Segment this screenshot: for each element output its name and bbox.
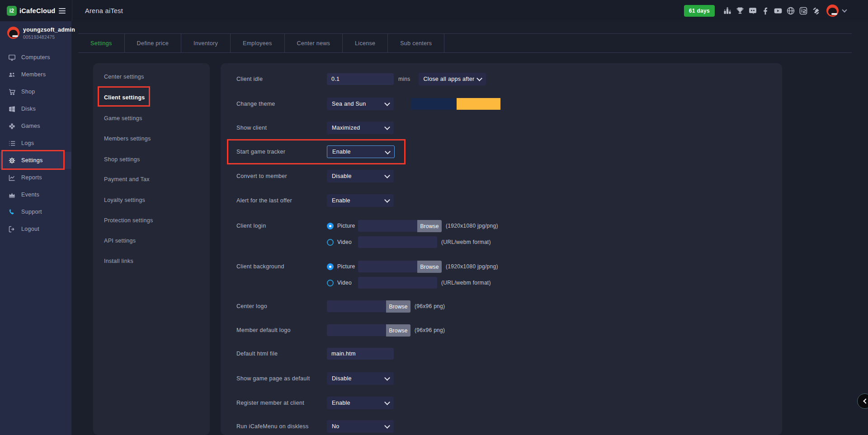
client-idle-input[interactable] [327,73,394,85]
client-idle-mode-select[interactable]: Close all apps after ch [419,73,486,85]
sidebar: youngzsoft_admin 005193482475 Computers … [0,21,71,435]
client-background-video-radio[interactable] [327,280,334,286]
client-background-video-input[interactable] [358,277,437,289]
sidebar-item-logout[interactable]: Logout [0,220,71,238]
row-alert-last-offer: Alert for the last offer Enable [236,192,775,210]
member-default-logo-input[interactable] [327,324,386,336]
row-run-icafemenu: Run iCafeMenu on diskless No [236,417,775,435]
row-register-member: Register member at client Enable [236,394,775,412]
youngzsoft-mark-icon[interactable] [811,6,821,16]
settings-subnav-panel: Center settings Client settings Game set… [93,63,210,435]
discord-icon[interactable] [748,6,758,16]
globe-icon[interactable] [786,6,796,16]
trophy-icon[interactable] [735,6,745,16]
subnav-protection-settings[interactable]: Protection settings [104,216,153,225]
radio-label: Video [337,239,358,245]
theme-swatch-orange [457,98,500,110]
field-label: Alert for the last offer [236,192,325,210]
app-logo-text: iCafeCloud [19,7,56,14]
sidebar-item-support[interactable]: Support [0,203,71,220]
subnav-client-settings[interactable]: Client settings [104,93,145,102]
client-background-picture-radio[interactable] [327,263,334,270]
tab-define-price[interactable]: Define price [125,34,181,52]
change-theme-select[interactable]: Sea and Sun [327,98,394,110]
center-logo-browse-button[interactable]: Browse [386,300,410,313]
client-background-picture-input[interactable] [358,261,417,272]
subnav-game-settings[interactable]: Game settings [104,114,142,123]
unit-label: mins [398,76,410,82]
gear-icon [8,157,16,164]
ranking-icon[interactable] [722,6,732,16]
register-member-select[interactable]: Enable [327,397,394,409]
sidebar-user-avatar[interactable] [7,27,19,39]
panel-collapse-button[interactable] [857,393,868,409]
ninja-avatar-icon [828,8,837,15]
field-label: Member default logo [236,321,325,339]
field-label: Center logo [236,297,325,315]
tab-license[interactable]: License [343,34,388,52]
format-hint: (96x96 png) [415,303,445,309]
sidebar-item-events[interactable]: Events [0,186,71,203]
subnav-shop-settings[interactable]: Shop settings [104,155,140,164]
client-login-video-input[interactable] [358,236,437,248]
subnav-api-settings[interactable]: API settings [104,236,136,245]
convert-to-member-select[interactable]: Disable [327,170,394,182]
subnav-install-links[interactable]: Install links [104,257,133,266]
tab-employees[interactable]: Employees [231,34,285,52]
client-background-picture-browse-button[interactable]: Browse [417,261,442,273]
tab-sub-centers[interactable]: Sub centers [388,34,444,52]
tab-settings[interactable]: Settings [78,34,125,52]
radio-label: Picture [337,223,358,229]
row-client-idle: Client idle mins Close all apps after ch [236,70,775,88]
license-days-badge[interactable]: 61 days [684,5,715,17]
subnav-members-settings[interactable]: Members settings [104,134,151,143]
center-logo-input[interactable] [327,300,386,312]
field-label: Start game tracker [236,143,325,161]
tab-center-news[interactable]: Center news [285,34,343,52]
subnav-center-settings[interactable]: Center settings [104,72,144,81]
chart-icon [8,174,16,182]
client-login-video-radio[interactable] [327,239,334,246]
sidebar-item-disks[interactable]: Disks [0,100,71,117]
icafecloud-mark-icon[interactable] [798,6,808,16]
row-client-login: Client login Picture Browse (1920x1080 j… [236,217,775,253]
sidebar-item-members[interactable]: Members [0,66,71,83]
radio-label: Picture [337,263,358,270]
menu-toggle-icon[interactable] [59,7,66,15]
sidebar-item-computers[interactable]: Computers [0,49,71,66]
sidebar-item-logs[interactable]: Logs [0,135,71,152]
chevron-down-icon[interactable] [842,7,847,12]
sidebar-item-shop[interactable]: Shop [0,83,71,100]
client-login-picture-browse-button[interactable]: Browse [417,220,442,232]
show-client-select[interactable]: Maximized [327,122,394,134]
format-hint: (URL/webm format) [441,239,491,245]
sidebar-item-reports[interactable]: Reports [0,169,71,186]
alert-last-offer-select[interactable]: Enable [327,194,394,207]
default-html-file-input[interactable] [327,348,394,360]
show-game-page-select[interactable]: Disable [327,372,394,385]
client-login-picture-input[interactable] [358,220,417,232]
user-avatar[interactable] [826,5,839,17]
ninja-avatar-icon [9,30,18,37]
tabs-divider-bottom [78,52,852,53]
members-icon [8,71,16,79]
facebook-icon[interactable] [760,6,770,16]
member-default-logo-browse-button[interactable]: Browse [386,324,410,337]
tab-inventory[interactable]: Inventory [181,34,231,52]
row-show-client: Show client Maximized [236,119,775,137]
row-default-html-file: Default html file [236,345,775,363]
row-start-game-tracker: Start game tracker Enable [236,143,775,161]
format-hint: (1920x1080 jpg/png) [446,223,498,229]
client-login-picture-radio[interactable] [327,223,334,229]
list-icon [8,140,16,147]
run-icafemenu-select[interactable]: No [327,420,394,433]
tab-bar: Settings Define price Inventory Employee… [78,34,444,52]
subnav-payment-and-tax[interactable]: Payment and Tax [104,175,150,184]
start-game-tracker-select[interactable]: Enable [327,145,395,158]
chevron-left-icon [863,398,868,403]
subnav-loyalty-settings[interactable]: Loyalty settings [104,196,145,205]
youtube-icon[interactable] [773,6,783,16]
row-member-default-logo: Member default logo Browse (96x96 png) [236,321,775,339]
sidebar-item-games[interactable]: Games [0,117,71,135]
sidebar-item-settings[interactable]: Settings [0,152,71,169]
